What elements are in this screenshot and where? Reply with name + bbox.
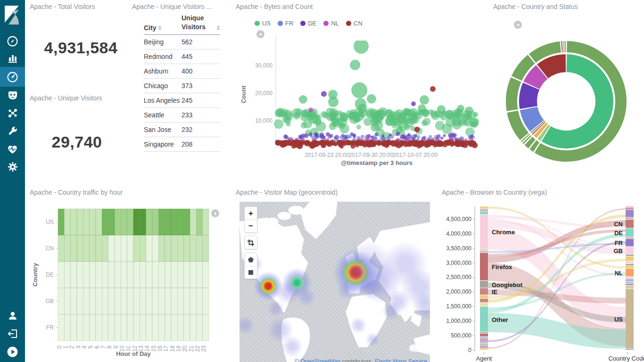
svg-text:3: 3 xyxy=(75,346,82,349)
map-box-zoom-button[interactable] xyxy=(245,236,257,249)
svg-text:GB: GB xyxy=(614,247,623,255)
svg-text:2: 2 xyxy=(68,346,75,349)
svg-text:Chrome: Chrome xyxy=(492,229,515,236)
svg-text:Country: Country xyxy=(32,263,39,287)
svg-text:Agent: Agent xyxy=(476,355,492,362)
svg-text:10,000: 10,000 xyxy=(255,117,272,124)
sidebar-item-management[interactable] xyxy=(0,157,25,177)
svg-text:Other: Other xyxy=(492,316,508,323)
map-zoom-out-button[interactable]: − xyxy=(245,220,257,232)
svg-text:0: 0 xyxy=(56,346,63,349)
cell-unique-visitors: 208 xyxy=(182,140,220,148)
svg-text:FR: FR xyxy=(615,239,623,247)
table-row: Redmond445 xyxy=(144,49,220,64)
attribution-toggle[interactable] xyxy=(409,345,421,352)
browser-country-sankey-chart[interactable]: ChromeFirefoxGooglebotIEOtherCNDEFRGBNLU… xyxy=(438,184,644,362)
metric-unique-visitors: 29,740 xyxy=(30,133,124,151)
bytes-count-scatter-chart[interactable]: 10,00020,00030,000Count2017-09-23 20:002… xyxy=(234,0,486,184)
sidebar-item-dev-tools[interactable] xyxy=(0,121,25,141)
map-draw-rect-button[interactable] xyxy=(245,266,257,279)
table-body: Beijing562Redmond445Ashburn400Chicago373… xyxy=(144,35,220,152)
square-icon xyxy=(248,270,254,275)
sidebar-item-dashboard[interactable] xyxy=(0,67,25,87)
svg-text:Hour of Day: Hour of Day xyxy=(116,350,151,357)
cell-city: Los Angeles xyxy=(144,97,182,104)
svg-text:16: 16 xyxy=(157,346,163,352)
openstreetmap-link[interactable]: OpenStreetMap xyxy=(300,358,340,362)
svg-text:@timestamp per 3 hours: @timestamp per 3 hours xyxy=(341,159,413,166)
svg-text:2017-09-30 20:00: 2017-09-30 20:00 xyxy=(349,152,394,158)
svg-text:1,000,000: 1,000,000 xyxy=(446,318,472,324)
svg-text:2017-09-23 20:00: 2017-09-23 20:00 xyxy=(305,152,349,158)
crop-icon xyxy=(247,239,255,247)
plus-icon: + xyxy=(248,209,253,218)
map-attribution: © OpenStreetMap contributors, Elastic Ma… xyxy=(295,358,427,362)
elastic-maps-service-link[interactable]: Elastic Maps Service xyxy=(375,358,427,362)
panel-title-unique-visitors-table: Apache - Unique Visitors ... xyxy=(132,3,212,10)
cell-city: Redmond xyxy=(144,53,182,60)
svg-text:22: 22 xyxy=(194,346,201,352)
pentagon-icon xyxy=(248,256,254,263)
svg-text:1: 1 xyxy=(62,346,69,349)
svg-text:15: 15 xyxy=(150,346,157,352)
map-draw-controls xyxy=(244,253,257,279)
sidebar-item-discover[interactable] xyxy=(0,31,25,51)
cell-unique-visitors: 233 xyxy=(182,111,220,119)
table-header-row: City Unique Visitors xyxy=(144,13,220,35)
svg-text:4,500,000: 4,500,000 xyxy=(446,216,472,222)
sidebar-item-timelion[interactable] xyxy=(0,85,25,105)
svg-text:30,000: 30,000 xyxy=(255,62,272,69)
sidebar-item-account[interactable] xyxy=(0,306,25,326)
table-row: Los Angeles245 xyxy=(144,93,220,108)
sidebar-collapse-toggle[interactable] xyxy=(0,342,25,362)
cell-city: Chicago xyxy=(144,82,182,90)
map-boxzoom-control xyxy=(244,236,257,249)
table-row: Beijing562 xyxy=(144,35,220,49)
svg-text:DE: DE xyxy=(614,230,623,237)
svg-text:18: 18 xyxy=(169,346,176,352)
cell-unique-visitors: 232 xyxy=(182,126,220,133)
metric-total-visitors: 4,931,584 xyxy=(30,39,132,57)
svg-text:IE: IE xyxy=(492,288,498,296)
cell-city: San Jose xyxy=(144,126,182,133)
svg-text:CN: CN xyxy=(614,221,623,228)
cell-unique-visitors: 245 xyxy=(182,97,220,104)
minus-icon: − xyxy=(248,222,253,231)
svg-text:19: 19 xyxy=(175,346,182,352)
table-sort-header-unique-visitors[interactable]: Unique Visitors xyxy=(182,14,220,32)
heat-spot-blue xyxy=(350,317,367,334)
svg-text:US: US xyxy=(614,316,623,323)
cell-unique-visitors: 562 xyxy=(182,38,220,46)
table-row: Singapore208 xyxy=(144,137,220,152)
country-status-donut-chart[interactable] xyxy=(486,0,644,184)
visitor-map[interactable]: + − © OpenStreetMap contributors, Elasti… xyxy=(239,202,430,362)
svg-text:2,500,000: 2,500,000 xyxy=(446,274,472,280)
map-zoom-in-button[interactable]: + xyxy=(245,207,257,220)
kibana-logo[interactable] xyxy=(0,4,25,26)
table-row: Ashburn400 xyxy=(144,64,220,79)
map-draw-polygon-button[interactable] xyxy=(245,253,257,266)
sidebar-item-logout[interactable] xyxy=(0,324,25,344)
svg-text:DE: DE xyxy=(46,272,54,278)
svg-text:Country Code: Country Code xyxy=(608,355,644,362)
svg-text:23: 23 xyxy=(200,346,207,352)
country-traffic-heatmap[interactable]: USCNDEGBFR012345678910111213141516171819… xyxy=(30,184,234,362)
svg-text:FR: FR xyxy=(46,324,54,331)
table-sort-header-city[interactable]: City xyxy=(144,24,182,32)
svg-text:8: 8 xyxy=(106,346,113,349)
heat-spot-blue xyxy=(337,280,357,300)
cell-city: Seattle xyxy=(144,111,182,119)
sidebar-item-visualize[interactable] xyxy=(0,49,25,68)
cell-unique-visitors: 445 xyxy=(182,53,220,60)
svg-text:4: 4 xyxy=(81,346,88,349)
heat-spot-blue xyxy=(365,332,380,346)
svg-text:2017-10-07 20:00: 2017-10-07 20:00 xyxy=(393,152,438,158)
svg-text:17: 17 xyxy=(163,346,169,352)
sidebar-item-monitoring[interactable] xyxy=(0,139,25,159)
table-row: Chicago373 xyxy=(144,79,220,93)
svg-text:Googlebot: Googlebot xyxy=(492,281,523,288)
heat-spot-blue xyxy=(382,302,401,321)
sidebar-item-graph[interactable] xyxy=(0,103,25,123)
svg-text:NL: NL xyxy=(615,270,623,277)
svg-text:US: US xyxy=(46,219,54,225)
